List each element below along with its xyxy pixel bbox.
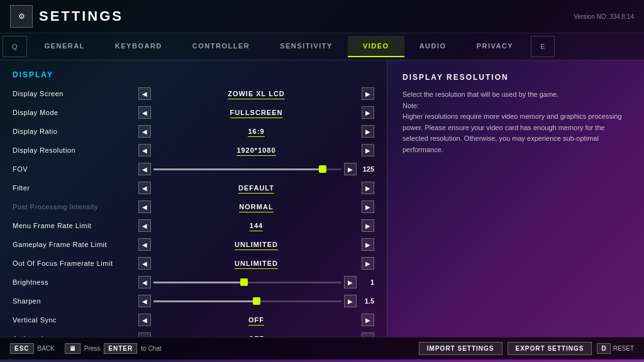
setting-label: Display Ratio [13,128,138,135]
arrow-left-btn[interactable]: ◀ [138,257,151,270]
enter-hint-text: Press [84,345,101,352]
setting-row: Out Of Focus Framerate Limit◀UNLIMITED▶ [0,254,387,273]
arrow-right-btn[interactable]: ▶ [344,295,357,307]
setting-control: ◀FULLSCREEN▶ [138,106,374,119]
slider-container [153,282,341,283]
setting-row: Post Processing Intensity◀NORMAL▶ [0,197,387,216]
setting-control: ◀1920*1080▶ [138,144,374,156]
title-bar-left: ⚙ SETTINGS [10,5,123,28]
setting-label: Brightness [13,278,138,286]
setting-value: FULLSCREEN [153,109,359,116]
arrow-left-btn[interactable]: ◀ [138,314,151,326]
reset-label: RESET [613,345,634,352]
slider-track[interactable] [153,300,341,302]
bottom-right: Import Settings Export Settings D RESET [419,342,634,355]
arrow-right-btn[interactable]: ▶ [362,106,374,119]
arrow-right-btn[interactable]: ▶ [362,144,374,156]
setting-control: ◀DEFAULT▶ [138,182,374,194]
setting-row: Display Mode◀FULLSCREEN▶ [0,103,387,122]
arrow-left-btn[interactable]: ◀ [138,238,151,251]
arrow-left-btn[interactable]: ◀ [138,219,151,232]
slider-thumb[interactable] [319,165,326,173]
settings-list: Display Screen◀ZOWIE XL LCD▶Display Mode… [0,84,387,337]
nav-right-icon[interactable]: E [531,36,554,57]
main-content: DISPLAY Display Screen◀ZOWIE XL LCD▶Disp… [0,60,644,337]
arrow-left-btn[interactable]: ◀ [138,87,151,100]
export-settings-button[interactable]: Export Settings [508,342,592,355]
arrow-right-btn[interactable]: ▶ [362,332,374,337]
arrow-left-btn[interactable]: ◀ [138,163,151,175]
setting-value: ZOWIE XL LCD [153,90,359,97]
arrow-right-btn[interactable]: ▶ [362,200,374,213]
setting-row: Vertical Sync◀OFF▶ [0,310,387,329]
slider-container [153,168,341,170]
arrow-right-btn[interactable]: ▶ [362,257,374,270]
slider-fill [153,168,323,170]
setting-label: Filter [13,184,138,192]
setting-label: Display Resolution [13,146,138,154]
arrow-left-btn[interactable]: ◀ [138,200,151,213]
enter-key[interactable]: ENTER [104,343,137,354]
enter-hint: 🖥 Press ENTER to Chat [65,343,162,354]
arrow-left-btn[interactable]: ◀ [138,332,151,337]
tab-privacy[interactable]: PRIVACY [462,36,529,57]
slider-thumb[interactable] [240,278,248,286]
arrow-right-btn[interactable]: ▶ [362,182,374,194]
setting-row: Display Resolution◀1920*1080▶ [0,141,387,160]
arrow-right-btn[interactable]: ▶ [362,87,374,100]
setting-label: Vertical Sync [13,316,138,324]
setting-control: ◀NORMAL▶ [138,200,374,213]
arrow-right-btn[interactable]: ▶ [362,238,374,251]
setting-value: DEFAULT [153,184,359,192]
nav-tabs: Q GENERAL KEYBOARD CONTROLLER SENSITIVIT… [0,33,644,60]
arrow-right-btn[interactable]: ▶ [362,125,374,138]
slider-track[interactable] [153,168,341,170]
reset-key[interactable]: D [597,343,610,354]
arrow-left-btn[interactable]: ◀ [138,295,151,307]
tab-video[interactable]: VIDEO [348,36,404,57]
desc-title: DISPLAY RESOLUTION [402,73,629,82]
enter-label: to Chat [141,345,161,352]
section-header: DISPLAY [0,68,387,84]
tab-general[interactable]: GENERAL [30,36,100,57]
setting-row: Menu Frame Rate Limit◀144▶ [0,216,387,235]
arrow-left-btn[interactable]: ◀ [138,106,151,119]
setting-control: ◀▶1.5 [138,295,374,307]
setting-label: Menu Frame Rate Limit [13,222,138,229]
arrow-right-btn[interactable]: ▶ [362,314,374,326]
arrow-left-btn[interactable]: ◀ [138,182,151,194]
setting-value: 1920*1080 [153,146,359,154]
setting-control: ◀UNLIMITED▶ [138,257,374,270]
setting-value: UNLIMITED [153,260,359,267]
setting-row: Gameplay Frame Rate Limit◀UNLIMITED▶ [0,235,387,254]
arrow-left-btn[interactable]: ◀ [138,144,151,156]
arrow-left-btn[interactable]: ◀ [138,125,151,138]
arrow-left-btn[interactable]: ◀ [138,276,151,288]
tab-controller[interactable]: CONTROLLER [177,36,265,57]
setting-value: 144 [153,222,359,229]
setting-control: ◀OFF▶ [138,314,374,326]
setting-row: Display Ratio◀16:9▶ [0,122,387,141]
slider-value: 1 [359,278,374,286]
slider-thumb[interactable] [253,297,260,305]
import-settings-button[interactable]: Import Settings [419,342,502,355]
setting-value: NORMAL [153,203,359,211]
setting-row: Display Screen◀ZOWIE XL LCD▶ [0,84,387,103]
slider-track[interactable] [153,282,341,283]
arrow-right-btn[interactable]: ▶ [344,276,357,288]
tab-keyboard[interactable]: KEYBOARD [100,36,177,57]
slider-value: 125 [359,165,374,173]
tab-sensitivity[interactable]: SENSITIVITY [265,36,348,57]
nav-left-icon[interactable]: Q [3,36,27,57]
setting-control: ◀144▶ [138,219,374,232]
setting-label: Anti-tearing [13,335,138,337]
slider-container [153,300,341,302]
setting-control: ◀16:9▶ [138,125,374,138]
arrow-right-btn[interactable]: ▶ [362,219,374,232]
setting-label: Gameplay Frame Rate Limit [13,241,138,248]
desc-text: Select the resolution that will be used … [402,89,629,156]
tab-audio[interactable]: AUDIO [404,36,462,57]
arrow-right-btn[interactable]: ▶ [344,163,357,175]
esc-key[interactable]: ESC [10,343,34,354]
setting-label: Sharpen [13,297,138,305]
